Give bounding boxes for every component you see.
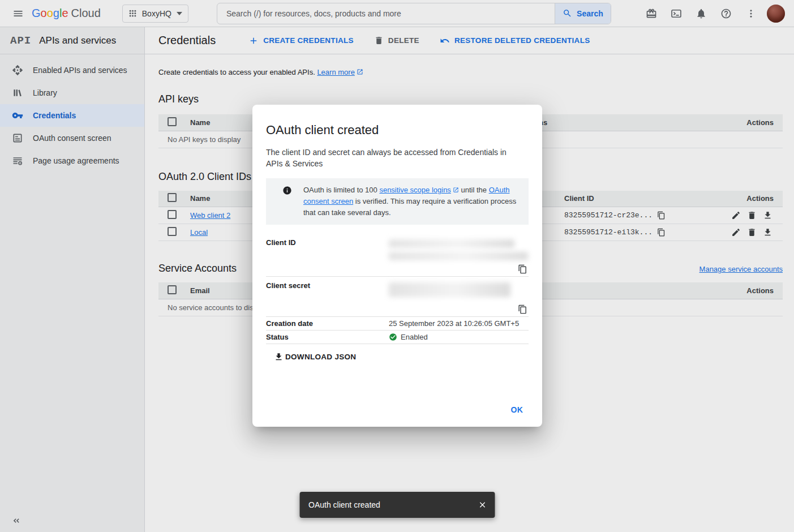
client-secret-label: Client secret <box>266 281 389 316</box>
ok-button[interactable]: OK <box>508 401 527 419</box>
client-secret-value-area <box>389 281 529 316</box>
download-json-label: DOWNLOAD JSON <box>285 353 356 361</box>
creation-date-label: Creation date <box>266 319 389 328</box>
dialog-title: OAuth client created <box>266 123 529 138</box>
snackbar-close-button[interactable] <box>472 495 492 515</box>
client-secret-row: Client secret <box>266 277 529 317</box>
notice-part: until the <box>459 186 489 194</box>
oauth-limit-notice: OAuth is limited to 100 sensitive scope … <box>266 178 529 225</box>
status-value: Enabled <box>389 333 529 341</box>
copy-icon[interactable] <box>518 304 527 314</box>
client-id-label: Client ID <box>266 238 389 276</box>
status-row: Status Enabled <box>266 331 529 344</box>
sensitive-scope-logins-link[interactable]: sensitive scope logins <box>379 186 458 194</box>
open-in-new-icon <box>453 187 459 193</box>
creation-date-value: 25 September 2023 at 10:26:05 GMT+5 <box>389 319 529 328</box>
download-icon <box>274 352 284 362</box>
notice-link-label: sensitive scope logins <box>379 186 450 194</box>
status-label: Status <box>266 333 389 341</box>
client-id-value-area <box>389 238 529 276</box>
snackbar: OAuth client created <box>299 492 495 518</box>
client-id-row: Client ID <box>266 234 529 277</box>
notice-part: OAuth is limited to 100 <box>303 186 379 194</box>
copy-icon[interactable] <box>518 264 527 274</box>
redacted-client-secret <box>389 282 510 297</box>
notice-text: OAuth is limited to 100 sensitive scope … <box>303 185 520 218</box>
download-json-button[interactable]: DOWNLOAD JSON <box>274 352 356 362</box>
status-text: Enabled <box>401 333 428 341</box>
redacted-client-id-line1 <box>389 239 514 248</box>
creation-date-row: Creation date 25 September 2023 at 10:26… <box>266 317 529 331</box>
info-icon <box>282 185 292 218</box>
dialog-subtitle: The client ID and secret can always be a… <box>266 147 515 169</box>
oauth-client-created-dialog: OAuth client created The client ID and s… <box>252 105 542 427</box>
check-circle-icon <box>389 333 397 341</box>
close-icon <box>478 500 487 509</box>
snackbar-message: OAuth client created <box>308 500 380 509</box>
dialog-fields: Client ID Client secret Creation date 25… <box>266 234 529 344</box>
redacted-client-id-line2 <box>389 252 528 260</box>
